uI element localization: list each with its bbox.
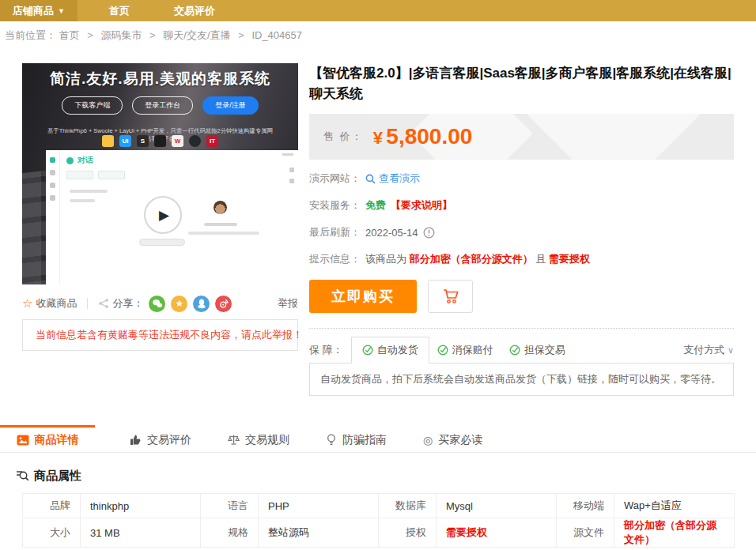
cart-icon bbox=[441, 288, 460, 305]
last-refresh-date: 2022-05-14 bbox=[365, 227, 418, 239]
weibo-icon: W bbox=[172, 135, 183, 147]
payment-methods-label: 支付方式 bbox=[683, 344, 724, 356]
guarantee-tab-escrow[interactable]: 担保交易 bbox=[501, 337, 573, 363]
rail-icon bbox=[50, 157, 55, 163]
hero-workbench-button: 登录工作台 bbox=[132, 96, 193, 115]
share-buttons: ★ bbox=[149, 296, 232, 312]
tab-label: 商品详情 bbox=[35, 433, 79, 447]
nav-item-label: 首页 bbox=[109, 4, 130, 18]
app-tabs bbox=[66, 171, 125, 179]
breadcrumb-category[interactable]: 聊天/交友/直播 bbox=[163, 29, 230, 41]
guarantee-description-box: 自动发货商品，拍下后系统会自动发送商品发货（下载）链接，随时可以购买，零等待。 bbox=[309, 363, 734, 396]
detail-tabbar: 商品详情 交易评价 交易规则 防骗指南 ◎ 买家必读 bbox=[0, 425, 756, 453]
breadcrumb-market[interactable]: 源码集市 bbox=[100, 29, 142, 41]
app-right-icon bbox=[289, 168, 294, 172]
chat-input-pill bbox=[139, 239, 185, 246]
app-title: 对话 bbox=[77, 155, 93, 166]
breadcrumb-label: 当前位置： bbox=[5, 29, 56, 41]
demo-site-label: 演示网站： bbox=[309, 171, 361, 186]
install-requirements-link[interactable]: 【要求说明】 bbox=[391, 198, 452, 213]
rail-icon bbox=[50, 183, 55, 188]
view-demo-link[interactable]: 查看演示 bbox=[365, 171, 420, 186]
main-content: 简洁.友好.易用.美观的客服系统 下载客户端 登录工作台 登录/注册 基于Thi… bbox=[0, 49, 756, 396]
tab-trade-rules[interactable]: 交易规则 bbox=[226, 425, 291, 452]
attr-label-spec: 规格 bbox=[201, 518, 259, 548]
guarantee-tab-label: 消保赔付 bbox=[452, 343, 493, 357]
view-demo-text: 查看演示 bbox=[379, 171, 420, 186]
guarantee-row: 保 障： 自动发货 消保赔付 担保交易 支付方式 ∨ bbox=[309, 337, 734, 363]
attributes-title: 商品属性 bbox=[34, 469, 81, 484]
star-icon: ☆ bbox=[22, 296, 32, 311]
target-icon: ◎ bbox=[423, 434, 433, 446]
check-circle-icon bbox=[509, 345, 520, 356]
currency-symbol: ¥ bbox=[373, 128, 383, 148]
attr-value-brand: thinkphp bbox=[81, 494, 201, 518]
guarantee-label: 保 障： bbox=[309, 343, 343, 363]
attr-value-size: 31 MB bbox=[81, 518, 201, 548]
hero-download-button: 下载客户端 bbox=[62, 96, 123, 115]
attr-label-mobile: 移动端 bbox=[557, 494, 614, 518]
left-column: 简洁.友好.易用.美观的客服系统 下载客户端 登录工作台 登录/注册 基于Thi… bbox=[22, 63, 298, 396]
guarantee-tab-compensation[interactable]: 消保赔付 bbox=[429, 337, 501, 363]
attr-label-language: 语言 bbox=[201, 494, 259, 518]
banner-decoration bbox=[519, 114, 709, 160]
tab-label: 交易评价 bbox=[147, 433, 191, 447]
app-logo-icon bbox=[66, 157, 74, 164]
github-icon bbox=[189, 135, 201, 147]
favorite-button[interactable]: 收藏商品 bbox=[36, 296, 77, 311]
tab-antifraud-guide[interactable]: 防骗指南 bbox=[324, 425, 388, 452]
demo-site-row: 演示网站： 查看演示 bbox=[309, 171, 734, 186]
buy-now-button[interactable]: 立即购买 bbox=[309, 280, 417, 313]
app-tab-chip bbox=[98, 171, 125, 179]
tab-product-details[interactable]: 商品详情 bbox=[0, 425, 95, 452]
report-link[interactable]: 举报 bbox=[278, 296, 298, 311]
product-video-thumbnail: 简洁.友好.易用.美观的客服系统 下载客户端 登录工作台 登录/注册 基于Thi… bbox=[22, 63, 298, 284]
breadcrumb-separator: > bbox=[238, 29, 244, 41]
breadcrumb-separator: > bbox=[87, 29, 93, 41]
price-label: 售 价： bbox=[323, 130, 364, 144]
dotted-divider bbox=[309, 328, 734, 329]
nav-item-label: 店铺商品 bbox=[13, 4, 54, 18]
nav-item-label: 交易评价 bbox=[174, 4, 215, 18]
product-price: ¥ 5,800.00 bbox=[373, 124, 473, 149]
breadcrumb-home[interactable]: 首页 bbox=[59, 29, 80, 41]
install-service-label: 安装服务： bbox=[309, 198, 361, 213]
attr-value-auth: 需要授权 bbox=[437, 518, 557, 548]
qzone-share-icon[interactable]: ★ bbox=[171, 296, 187, 312]
guarantee-tab-auto-delivery[interactable]: 自动发货 bbox=[351, 337, 429, 364]
guarantee-description: 自动发货商品，拍下后系统会自动发送商品发货（下载）链接，随时可以购买，零等待。 bbox=[320, 373, 721, 385]
info-exclamation-icon[interactable] bbox=[423, 227, 435, 239]
rail-icon bbox=[50, 170, 55, 175]
payment-methods-toggle[interactable]: 支付方式 ∨ bbox=[683, 343, 734, 363]
wechat-share-icon[interactable] bbox=[149, 296, 165, 312]
tip-encrypt-badge: 部分加密（含部分源文件） bbox=[410, 252, 533, 266]
window-controls bbox=[282, 153, 293, 156]
attr-label-database: 数据库 bbox=[379, 494, 437, 518]
chevron-down-icon: ▼ bbox=[58, 7, 65, 15]
weibo-share-icon[interactable] bbox=[215, 296, 232, 312]
thumbs-up-icon bbox=[130, 434, 142, 446]
hero-title: 简洁.友好.易用.美观的客服系统 bbox=[22, 69, 298, 89]
favorite-share-row: ☆ 收藏商品 分享： ★ 举报 bbox=[22, 295, 298, 312]
tab-buyer-must-read[interactable]: ◎ 买家必读 bbox=[421, 425, 484, 452]
right-column: 【智优客服2.0】|多语言客服|Saas客服|多商户客服|客服系统|在线客服|聊… bbox=[309, 63, 734, 396]
swoole-icon: S bbox=[137, 135, 149, 147]
product-title: 【智优客服2.0】|多语言客服|Saas客服|多商户客服|客服系统|在线客服|聊… bbox=[309, 63, 734, 104]
price-amount: 5,800.00 bbox=[386, 124, 472, 149]
breadcrumb-separator: > bbox=[149, 29, 156, 41]
chat-text-line bbox=[204, 223, 237, 226]
breadcrumb-product-id: ID_404657 bbox=[251, 29, 302, 41]
nav-item-shop-goods[interactable]: 店铺商品 ▼ bbox=[0, 0, 77, 21]
attr-label-sourcefile: 源文件 bbox=[557, 518, 614, 548]
nav-item-home[interactable]: 首页 bbox=[96, 0, 142, 21]
tab-label: 防骗指南 bbox=[342, 433, 387, 447]
video-play-button[interactable]: ▶ bbox=[144, 196, 182, 234]
search-list-icon bbox=[16, 469, 29, 483]
add-to-cart-button[interactable] bbox=[428, 280, 473, 313]
camera-icon bbox=[154, 135, 166, 147]
report-warning-box[interactable]: 当前信息若含有黄赌毒等违法违规不良内容，请点此举报！ bbox=[22, 319, 298, 351]
thinkphp-icon bbox=[102, 135, 114, 147]
qq-share-icon[interactable] bbox=[193, 296, 210, 312]
nav-item-trade-reviews[interactable]: 交易评价 bbox=[161, 0, 228, 21]
tab-trade-reviews[interactable]: 交易评价 bbox=[128, 425, 193, 452]
